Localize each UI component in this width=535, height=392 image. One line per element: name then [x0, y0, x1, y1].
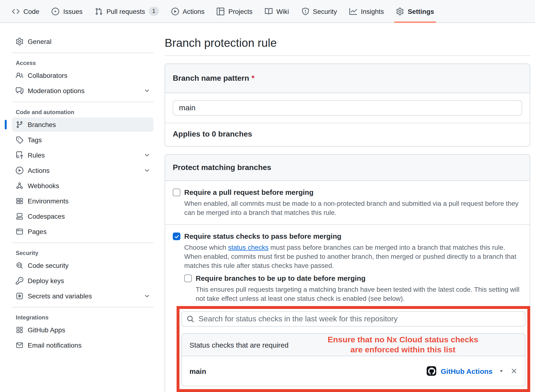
play-circle-icon [171, 7, 179, 15]
tab-settings[interactable]: Settings [390, 0, 440, 22]
status-check-row: main GitHub Actions [182, 356, 525, 386]
browser-icon [16, 228, 23, 235]
codespaces-icon [16, 212, 23, 220]
chevron-down-icon [144, 293, 150, 299]
tab-projects-label: Projects [228, 7, 252, 15]
sidebar-item-github-apps[interactable]: GitHub Apps [12, 323, 154, 337]
sidebar-section-integrations: Integrations [16, 314, 154, 321]
sidebar-section-access: Access [16, 60, 154, 66]
tab-issues[interactable]: Issues [46, 0, 89, 22]
tab-security-label: Security [313, 7, 337, 15]
sidebar-item-general[interactable]: General [12, 34, 154, 49]
required-asterisk: * [252, 74, 254, 82]
require-up-to-date-checkbox[interactable] [184, 275, 192, 282]
gear-icon [396, 7, 404, 15]
applies-to-branches-text: Applies to 0 branches [165, 123, 530, 146]
branch-protection-main: Branch protection rule Branch name patte… [157, 23, 535, 392]
mail-icon [16, 341, 23, 349]
github-actions-avatar [427, 366, 436, 376]
repo-push-icon [16, 151, 23, 159]
protect-matching-branches-header: Protect matching branches [165, 155, 530, 181]
sidebar-deploy-keys-label: Deploy keys [28, 277, 64, 285]
key-icon [16, 277, 23, 285]
status-check-search-input[interactable] [181, 311, 525, 327]
tab-issues-label: Issues [63, 7, 83, 15]
branch-name-pattern-input[interactable] [173, 100, 522, 116]
sidebar-divider [12, 53, 154, 53]
sidebar-divider [12, 243, 154, 243]
tab-projects[interactable]: Projects [211, 0, 259, 22]
sidebar-item-collaborators[interactable]: Collaborators [12, 68, 154, 83]
sidebar-item-webhooks[interactable]: Webhooks [12, 179, 154, 193]
tab-pull-requests-label: Pull requests [106, 7, 145, 15]
triangle-down-icon [499, 368, 504, 374]
tab-insights[interactable]: Insights [343, 0, 390, 22]
chevron-down-icon [144, 152, 150, 158]
sidebar-item-pages[interactable]: Pages [12, 224, 154, 239]
sidebar-tags-label: Tags [28, 136, 42, 144]
sidebar-moderation-label: Moderation options [28, 87, 84, 95]
remove-status-check-button[interactable] [511, 368, 517, 374]
sidebar-github-apps-label: GitHub Apps [28, 326, 65, 334]
code-icon [12, 7, 20, 15]
tab-security[interactable]: Security [295, 0, 343, 22]
tab-settings-label: Settings [408, 7, 434, 15]
sidebar-branches-label: Branches [28, 121, 56, 128]
github-actions-link[interactable]: GitHub Actions [441, 367, 493, 375]
branch-name-pattern-card: Branch name pattern* Applies to 0 branch… [165, 64, 530, 147]
settings-sidebar: General Access Collaborators Moderation … [0, 23, 157, 353]
sidebar-item-moderation-options[interactable]: Moderation options [12, 84, 154, 98]
require-status-checks-title: Require status checks to pass before mer… [184, 231, 522, 242]
sidebar-item-actions[interactable]: Actions [12, 163, 154, 178]
pull-requests-count-badge: 1 [149, 7, 159, 16]
sidebar-item-environments[interactable]: Environments [12, 194, 154, 208]
tab-code[interactable]: Code [6, 0, 46, 22]
git-branch-icon [16, 121, 23, 128]
sidebar-item-code-security[interactable]: Code security [12, 258, 154, 273]
chevron-down-icon [144, 168, 150, 173]
tab-pull-requests[interactable]: Pull requests1 [89, 0, 165, 22]
table-icon [217, 7, 225, 15]
sidebar-email-notifications-label: Email notifications [28, 341, 82, 349]
sidebar-item-email-notifications[interactable]: Email notifications [12, 338, 154, 352]
page-title: Branch protection rule [165, 35, 530, 51]
protect-matching-branches-card: Protect matching branches Require a pull… [165, 154, 530, 392]
sidebar-item-tags[interactable]: Tags [12, 133, 154, 147]
tab-code-label: Code [23, 7, 39, 15]
sidebar-item-codespaces[interactable]: Codespaces [12, 209, 154, 223]
sidebar-item-deploy-keys[interactable]: Deploy keys [12, 274, 154, 288]
status-check-search [181, 311, 525, 327]
branch-name-pattern-label: Branch name pattern [173, 74, 249, 82]
sidebar-actions-label: Actions [28, 167, 50, 174]
tab-wiki[interactable]: Wiki [259, 0, 295, 22]
gear-icon [16, 38, 23, 45]
sidebar-section-code-and-automation: Code and automation [16, 109, 154, 116]
webhook-icon [16, 182, 23, 190]
sidebar-item-secrets-and-variables[interactable]: Secrets and variables [12, 289, 154, 303]
tab-actions[interactable]: Actions [165, 0, 211, 22]
tab-wiki-label: Wiki [276, 7, 289, 15]
book-icon [265, 7, 273, 15]
required-status-checks-list: Status checks that are required Ensure t… [181, 333, 525, 386]
sidebar-secrets-label: Secrets and variables [28, 292, 92, 300]
status-check-dropdown-button[interactable] [499, 368, 504, 374]
annotation-rectangle: Status checks that are required Ensure t… [177, 306, 530, 392]
description-text: Choose which [184, 244, 228, 251]
screenshot-root: Code Issues Pull requests1 Actions Proje… [0, 0, 535, 392]
issue-opened-icon [52, 7, 59, 15]
search-icon [187, 315, 194, 323]
require-pull-request-description: When enabled, all commits must be made t… [184, 199, 521, 217]
branch-name-pattern-row [165, 93, 530, 123]
sidebar-item-branches[interactable]: Branches [12, 117, 154, 132]
tab-insights-label: Insights [361, 7, 384, 15]
check-icon [174, 234, 179, 239]
close-icon [511, 368, 517, 374]
apps-icon [16, 326, 23, 334]
status-checks-link[interactable]: status checks [228, 244, 269, 251]
require-pull-request-checkbox[interactable] [173, 189, 180, 196]
require-status-checks-checkbox[interactable] [173, 233, 180, 240]
graph-icon [349, 7, 357, 15]
sidebar-codespaces-label: Codespaces [28, 212, 65, 220]
sidebar-webhooks-label: Webhooks [28, 182, 59, 190]
sidebar-item-rules[interactable]: Rules [12, 148, 154, 162]
